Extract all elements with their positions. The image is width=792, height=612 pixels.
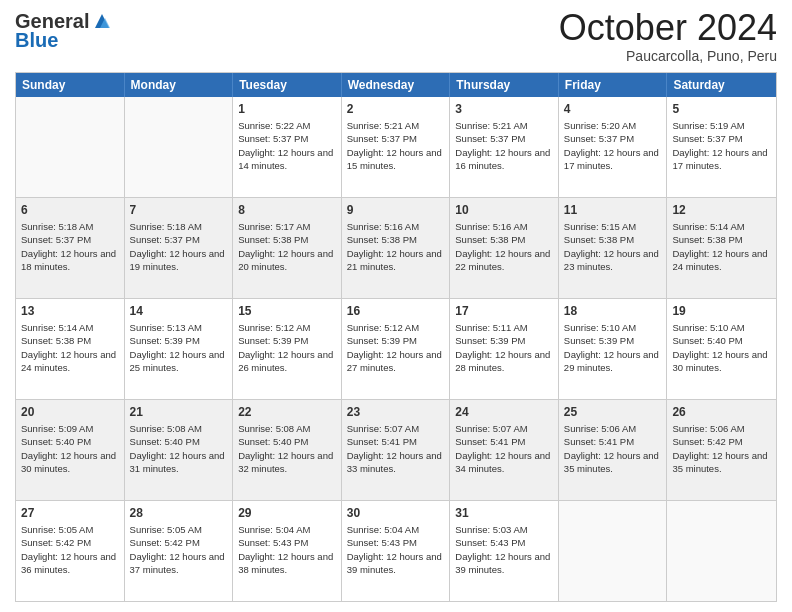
day-number: 25 — [564, 404, 662, 420]
day-info: Sunrise: 5:13 AM Sunset: 5:39 PM Dayligh… — [130, 321, 228, 374]
day-number: 9 — [347, 202, 445, 218]
calendar-cell: 24Sunrise: 5:07 AM Sunset: 5:41 PM Dayli… — [450, 400, 559, 500]
day-number: 8 — [238, 202, 336, 218]
calendar-cell — [667, 501, 776, 601]
logo: General Blue — [15, 10, 113, 52]
day-number: 18 — [564, 303, 662, 319]
calendar-cell: 5Sunrise: 5:19 AM Sunset: 5:37 PM Daylig… — [667, 97, 776, 197]
calendar-cell: 16Sunrise: 5:12 AM Sunset: 5:39 PM Dayli… — [342, 299, 451, 399]
day-number: 29 — [238, 505, 336, 521]
day-number: 23 — [347, 404, 445, 420]
calendar-cell: 1Sunrise: 5:22 AM Sunset: 5:37 PM Daylig… — [233, 97, 342, 197]
calendar-cell: 12Sunrise: 5:14 AM Sunset: 5:38 PM Dayli… — [667, 198, 776, 298]
day-info: Sunrise: 5:08 AM Sunset: 5:40 PM Dayligh… — [238, 422, 336, 475]
location: Paucarcolla, Puno, Peru — [559, 48, 777, 64]
day-info: Sunrise: 5:10 AM Sunset: 5:39 PM Dayligh… — [564, 321, 662, 374]
day-number: 24 — [455, 404, 553, 420]
day-info: Sunrise: 5:15 AM Sunset: 5:38 PM Dayligh… — [564, 220, 662, 273]
day-info: Sunrise: 5:11 AM Sunset: 5:39 PM Dayligh… — [455, 321, 553, 374]
weekday-header: Friday — [559, 73, 668, 97]
weekday-header: Wednesday — [342, 73, 451, 97]
day-info: Sunrise: 5:20 AM Sunset: 5:37 PM Dayligh… — [564, 119, 662, 172]
day-number: 27 — [21, 505, 119, 521]
day-info: Sunrise: 5:08 AM Sunset: 5:40 PM Dayligh… — [130, 422, 228, 475]
day-info: Sunrise: 5:14 AM Sunset: 5:38 PM Dayligh… — [21, 321, 119, 374]
calendar-cell: 25Sunrise: 5:06 AM Sunset: 5:41 PM Dayli… — [559, 400, 668, 500]
calendar-cell: 6Sunrise: 5:18 AM Sunset: 5:37 PM Daylig… — [16, 198, 125, 298]
month-title: October 2024 — [559, 10, 777, 46]
day-number: 31 — [455, 505, 553, 521]
day-number: 2 — [347, 101, 445, 117]
calendar-cell: 10Sunrise: 5:16 AM Sunset: 5:38 PM Dayli… — [450, 198, 559, 298]
calendar-cell: 19Sunrise: 5:10 AM Sunset: 5:40 PM Dayli… — [667, 299, 776, 399]
calendar-week-row: 20Sunrise: 5:09 AM Sunset: 5:40 PM Dayli… — [16, 400, 776, 501]
page: General Blue October 2024 Paucarcolla, P… — [0, 0, 792, 612]
day-number: 5 — [672, 101, 771, 117]
calendar-cell: 30Sunrise: 5:04 AM Sunset: 5:43 PM Dayli… — [342, 501, 451, 601]
calendar-cell: 22Sunrise: 5:08 AM Sunset: 5:40 PM Dayli… — [233, 400, 342, 500]
day-number: 26 — [672, 404, 771, 420]
calendar-cell: 9Sunrise: 5:16 AM Sunset: 5:38 PM Daylig… — [342, 198, 451, 298]
calendar-cell: 13Sunrise: 5:14 AM Sunset: 5:38 PM Dayli… — [16, 299, 125, 399]
day-number: 21 — [130, 404, 228, 420]
day-info: Sunrise: 5:18 AM Sunset: 5:37 PM Dayligh… — [21, 220, 119, 273]
calendar-week-row: 13Sunrise: 5:14 AM Sunset: 5:38 PM Dayli… — [16, 299, 776, 400]
calendar-cell — [125, 97, 234, 197]
day-number: 28 — [130, 505, 228, 521]
calendar-week-row: 27Sunrise: 5:05 AM Sunset: 5:42 PM Dayli… — [16, 501, 776, 601]
header-right: October 2024 Paucarcolla, Puno, Peru — [559, 10, 777, 64]
day-number: 1 — [238, 101, 336, 117]
day-number: 10 — [455, 202, 553, 218]
calendar-cell: 23Sunrise: 5:07 AM Sunset: 5:41 PM Dayli… — [342, 400, 451, 500]
day-info: Sunrise: 5:12 AM Sunset: 5:39 PM Dayligh… — [238, 321, 336, 374]
calendar-cell: 26Sunrise: 5:06 AM Sunset: 5:42 PM Dayli… — [667, 400, 776, 500]
day-info: Sunrise: 5:21 AM Sunset: 5:37 PM Dayligh… — [347, 119, 445, 172]
calendar-cell: 28Sunrise: 5:05 AM Sunset: 5:42 PM Dayli… — [125, 501, 234, 601]
day-info: Sunrise: 5:07 AM Sunset: 5:41 PM Dayligh… — [347, 422, 445, 475]
weekday-header: Tuesday — [233, 73, 342, 97]
day-number: 7 — [130, 202, 228, 218]
calendar-cell: 3Sunrise: 5:21 AM Sunset: 5:37 PM Daylig… — [450, 97, 559, 197]
calendar-cell: 27Sunrise: 5:05 AM Sunset: 5:42 PM Dayli… — [16, 501, 125, 601]
day-info: Sunrise: 5:17 AM Sunset: 5:38 PM Dayligh… — [238, 220, 336, 273]
weekday-header: Saturday — [667, 73, 776, 97]
day-info: Sunrise: 5:05 AM Sunset: 5:42 PM Dayligh… — [130, 523, 228, 576]
calendar-header: SundayMondayTuesdayWednesdayThursdayFrid… — [16, 73, 776, 97]
calendar-cell: 14Sunrise: 5:13 AM Sunset: 5:39 PM Dayli… — [125, 299, 234, 399]
day-info: Sunrise: 5:04 AM Sunset: 5:43 PM Dayligh… — [347, 523, 445, 576]
logo-icon — [91, 10, 113, 32]
day-info: Sunrise: 5:14 AM Sunset: 5:38 PM Dayligh… — [672, 220, 771, 273]
day-number: 4 — [564, 101, 662, 117]
day-info: Sunrise: 5:16 AM Sunset: 5:38 PM Dayligh… — [347, 220, 445, 273]
day-info: Sunrise: 5:05 AM Sunset: 5:42 PM Dayligh… — [21, 523, 119, 576]
day-info: Sunrise: 5:03 AM Sunset: 5:43 PM Dayligh… — [455, 523, 553, 576]
day-number: 19 — [672, 303, 771, 319]
day-number: 15 — [238, 303, 336, 319]
calendar-cell: 7Sunrise: 5:18 AM Sunset: 5:37 PM Daylig… — [125, 198, 234, 298]
day-number: 11 — [564, 202, 662, 218]
day-number: 30 — [347, 505, 445, 521]
day-info: Sunrise: 5:19 AM Sunset: 5:37 PM Dayligh… — [672, 119, 771, 172]
day-info: Sunrise: 5:06 AM Sunset: 5:42 PM Dayligh… — [672, 422, 771, 475]
calendar: SundayMondayTuesdayWednesdayThursdayFrid… — [15, 72, 777, 602]
calendar-cell: 8Sunrise: 5:17 AM Sunset: 5:38 PM Daylig… — [233, 198, 342, 298]
calendar-week-row: 6Sunrise: 5:18 AM Sunset: 5:37 PM Daylig… — [16, 198, 776, 299]
day-info: Sunrise: 5:04 AM Sunset: 5:43 PM Dayligh… — [238, 523, 336, 576]
day-info: Sunrise: 5:12 AM Sunset: 5:39 PM Dayligh… — [347, 321, 445, 374]
day-info: Sunrise: 5:10 AM Sunset: 5:40 PM Dayligh… — [672, 321, 771, 374]
day-info: Sunrise: 5:16 AM Sunset: 5:38 PM Dayligh… — [455, 220, 553, 273]
calendar-cell: 29Sunrise: 5:04 AM Sunset: 5:43 PM Dayli… — [233, 501, 342, 601]
calendar-cell: 18Sunrise: 5:10 AM Sunset: 5:39 PM Dayli… — [559, 299, 668, 399]
calendar-body: 1Sunrise: 5:22 AM Sunset: 5:37 PM Daylig… — [16, 97, 776, 601]
day-info: Sunrise: 5:09 AM Sunset: 5:40 PM Dayligh… — [21, 422, 119, 475]
calendar-cell: 21Sunrise: 5:08 AM Sunset: 5:40 PM Dayli… — [125, 400, 234, 500]
calendar-cell: 2Sunrise: 5:21 AM Sunset: 5:37 PM Daylig… — [342, 97, 451, 197]
day-info: Sunrise: 5:18 AM Sunset: 5:37 PM Dayligh… — [130, 220, 228, 273]
day-number: 14 — [130, 303, 228, 319]
day-number: 16 — [347, 303, 445, 319]
header: General Blue October 2024 Paucarcolla, P… — [15, 10, 777, 64]
calendar-cell: 15Sunrise: 5:12 AM Sunset: 5:39 PM Dayli… — [233, 299, 342, 399]
day-info: Sunrise: 5:22 AM Sunset: 5:37 PM Dayligh… — [238, 119, 336, 172]
day-number: 13 — [21, 303, 119, 319]
calendar-cell: 17Sunrise: 5:11 AM Sunset: 5:39 PM Dayli… — [450, 299, 559, 399]
